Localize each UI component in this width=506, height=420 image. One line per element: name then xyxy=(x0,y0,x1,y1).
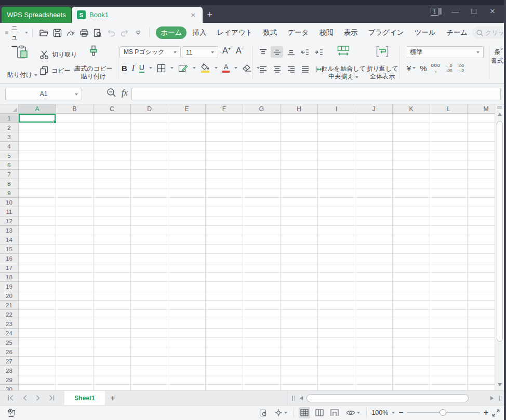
column-header-E[interactable]: E xyxy=(168,104,206,114)
column-header-G[interactable]: G xyxy=(243,104,281,114)
row-header-26[interactable]: 26 xyxy=(0,347,18,357)
row-header-19[interactable]: 19 xyxy=(0,282,18,291)
column-header-H[interactable]: H xyxy=(281,104,318,114)
align-right-button[interactable] xyxy=(285,63,297,75)
decrease-font-size-button[interactable]: A− xyxy=(236,46,244,56)
cut-button[interactable]: 切り取り xyxy=(39,50,77,59)
format-painter-button[interactable]: 書式のコピー 貼り付け xyxy=(74,45,113,80)
thousands-format-button[interactable]: 000 , xyxy=(431,63,441,73)
row-header-7[interactable]: 7 xyxy=(0,170,18,179)
view-page-break-button[interactable] xyxy=(329,407,340,418)
copy-button[interactable]: コピー xyxy=(39,66,76,75)
first-sheet-button[interactable] xyxy=(4,392,18,404)
horizontal-scroll-thumb[interactable] xyxy=(307,394,469,402)
column-header-K[interactable]: K xyxy=(393,104,430,114)
row-header-12[interactable]: 12 xyxy=(0,216,18,226)
row-header-25[interactable]: 25 xyxy=(0,338,18,347)
close-window-button[interactable]: × xyxy=(483,4,502,19)
select-all-corner[interactable] xyxy=(0,104,19,114)
ribbon-tab-2[interactable]: レイアウト xyxy=(212,26,257,39)
row-header-5[interactable]: 5 xyxy=(0,151,18,160)
column-header-L[interactable]: L xyxy=(430,104,468,114)
insert-function-button[interactable]: fx xyxy=(122,88,128,98)
percent-format-button[interactable]: % xyxy=(420,64,427,73)
zoom-in-button[interactable]: + xyxy=(484,409,488,417)
app-menu-button[interactable]: WPS Spreadsheets xyxy=(2,7,71,23)
clear-format-button[interactable] xyxy=(242,64,252,72)
split-grip[interactable] xyxy=(497,106,502,110)
add-sheet-button[interactable]: + xyxy=(105,391,121,405)
row-header-29[interactable]: 29 xyxy=(0,375,18,385)
scroll-left-icon[interactable] xyxy=(300,396,303,400)
row-header-23[interactable]: 23 xyxy=(0,319,18,329)
undo-button[interactable] xyxy=(104,26,118,39)
row-header-11[interactable]: 11 xyxy=(0,207,18,216)
align-bottom-button[interactable] xyxy=(285,46,297,58)
row-header-15[interactable]: 15 xyxy=(0,245,18,254)
row-header-2[interactable]: 2 xyxy=(0,123,18,132)
row-header-1[interactable]: 1 xyxy=(0,114,18,123)
row-header-21[interactable]: 21 xyxy=(0,301,18,310)
borders-button[interactable] xyxy=(157,64,166,73)
justify-button[interactable] xyxy=(299,63,311,75)
vertical-scrollbar[interactable] xyxy=(495,104,504,390)
row-header-24[interactable]: 24 xyxy=(0,329,18,338)
column-header-C[interactable]: C xyxy=(94,104,131,114)
custom-view-button[interactable] xyxy=(272,407,289,418)
fill-color-button[interactable] xyxy=(201,63,210,73)
scroll-up-icon[interactable] xyxy=(498,113,502,116)
font-name-select[interactable]: MS Pゴシック xyxy=(119,46,181,58)
redo-button[interactable] xyxy=(118,26,131,39)
sheet-tab-sheet1[interactable]: Sheet1 xyxy=(64,391,105,405)
row-header-14[interactable]: 14 xyxy=(0,235,18,245)
document-tab[interactable]: S Book1 × xyxy=(72,7,203,23)
vertical-scroll-thumb[interactable] xyxy=(497,121,503,342)
ribbon-tab-3[interactable]: 数式 xyxy=(259,26,282,39)
column-header-D[interactable]: D xyxy=(131,104,168,114)
scroll-right-icon[interactable] xyxy=(490,396,494,400)
split-grip[interactable] xyxy=(289,396,297,401)
last-sheet-button[interactable] xyxy=(45,392,58,404)
row-header-18[interactable]: 18 xyxy=(0,273,18,282)
view-normal-button[interactable] xyxy=(299,407,310,418)
previous-sheet-button[interactable] xyxy=(18,392,31,404)
zoom-slider-knob[interactable] xyxy=(440,409,446,416)
row-header-3[interactable]: 3 xyxy=(0,132,18,142)
font-color-button[interactable]: A xyxy=(222,64,230,73)
formula-input[interactable] xyxy=(131,88,501,100)
align-center-button[interactable] xyxy=(271,63,283,75)
ribbon-tab-1[interactable]: 挿入 xyxy=(188,26,211,39)
horizontal-scrollbar[interactable] xyxy=(287,391,506,405)
merge-center-button[interactable]: セルを結合して 中央揃え xyxy=(321,45,366,80)
row-header-4[interactable]: 4 xyxy=(0,142,18,151)
italic-button[interactable]: I xyxy=(132,64,135,73)
print-preview-button[interactable] xyxy=(91,26,104,39)
fill-handle[interactable] xyxy=(53,120,57,124)
column-header-J[interactable]: J xyxy=(355,104,393,114)
align-middle-button[interactable] xyxy=(271,46,283,58)
conditional-format-button[interactable]: 条 書式 xyxy=(490,48,504,65)
decrease-indent-button[interactable] xyxy=(299,46,311,58)
column-header-B[interactable]: B xyxy=(56,104,94,114)
ribbon-tab-6[interactable]: 表示 xyxy=(339,26,363,39)
currency-format-button[interactable]: ¥ xyxy=(407,64,416,73)
align-top-button[interactable] xyxy=(257,46,269,58)
row-header-20[interactable]: 20 xyxy=(0,291,18,301)
zoom-formula-icon[interactable] xyxy=(106,88,116,98)
row-header-16[interactable]: 16 xyxy=(0,254,18,263)
customize-quick-access-button[interactable] xyxy=(131,26,145,39)
minimize-button[interactable]: — xyxy=(446,4,464,19)
row-header-6[interactable]: 6 xyxy=(0,160,18,170)
row-header-22[interactable]: 22 xyxy=(0,310,18,319)
ribbon-tab-8[interactable]: ツール xyxy=(410,26,441,39)
new-document-button[interactable]: + xyxy=(207,9,212,19)
align-left-button[interactable] xyxy=(257,63,269,75)
output-convert-button[interactable] xyxy=(64,26,77,39)
font-size-select[interactable]: 11 xyxy=(182,46,218,58)
increase-font-size-button[interactable]: A+ xyxy=(222,46,231,56)
increase-decimal-button[interactable]: ←.0 .00 xyxy=(445,63,452,73)
task-window-button[interactable] xyxy=(257,407,269,418)
number-format-select[interactable]: 標準 xyxy=(406,46,484,58)
row-header-9[interactable]: 9 xyxy=(0,188,18,198)
decrease-decimal-button[interactable]: .00 →.0 xyxy=(456,63,464,73)
